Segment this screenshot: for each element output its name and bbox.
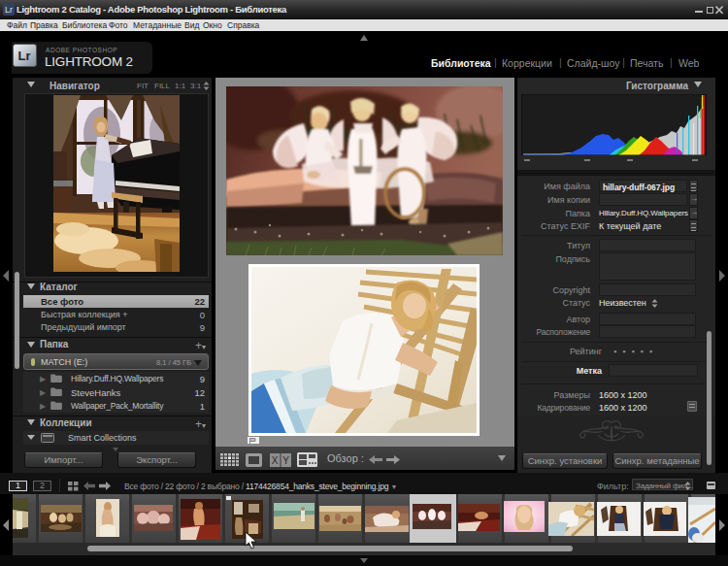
- svg-text:Lr: Lr: [18, 49, 31, 63]
- svg-text:Lr: Lr: [5, 5, 13, 15]
- svg-text:Y: Y: [282, 455, 289, 466]
- svg-text:X: X: [272, 455, 279, 466]
